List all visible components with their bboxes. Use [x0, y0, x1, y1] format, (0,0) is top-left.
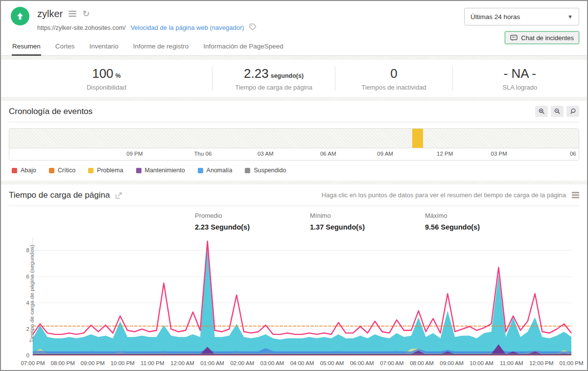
- kpi-3: - NA -SLA logrado: [452, 66, 587, 91]
- load-time-chart[interactable]: Tiempo de carga de página (segundos) 024…: [9, 236, 579, 369]
- event-legend-anomalía: Anomalía: [198, 167, 233, 174]
- time-range-select[interactable]: Últimas 24 horas ▼: [464, 8, 579, 25]
- events-section: Cronología de eventos 09 PMThu 0603 AM06…: [1, 101, 587, 181]
- kpi-label: SLA logrado: [502, 84, 537, 91]
- divider: [1, 56, 587, 60]
- tab-informe-de-registro[interactable]: Informe de registro: [133, 40, 189, 55]
- incident-chat-label: Chat de incidentes: [521, 34, 574, 42]
- kpi-1: 2.23segundo(s)Tiempo de carga de página: [212, 66, 335, 91]
- event-legend-abajo: Abajo: [12, 167, 36, 174]
- timeline-tick: 09 AM: [377, 151, 393, 157]
- x-axis-tick: 08:00 PM: [50, 360, 74, 366]
- tab-cortes[interactable]: Cortes: [55, 40, 75, 55]
- kpi-label: Tiempos de inactividad: [361, 84, 426, 91]
- kpi-label: Tiempo de carga de página: [235, 84, 312, 91]
- tab-bar: ResumenCortesInventarioInforme de regist…: [1, 40, 587, 56]
- timeline-tick: 06: [570, 151, 576, 157]
- events-timeline-axis: 09 PMThu 0603 AM06 AM09 AM12 PM03 PM06: [9, 148, 579, 160]
- x-axis-tick: 02:00 AM: [230, 360, 254, 366]
- time-range-value: Últimas 24 horas: [470, 13, 520, 21]
- event-legend-suspendido: Suspendido: [245, 167, 286, 174]
- expand-icon[interactable]: [116, 192, 122, 199]
- zoom-out-icon[interactable]: [551, 106, 564, 117]
- timeline-tick: 03 PM: [491, 151, 507, 157]
- x-axis-tick: 12:00 PM: [529, 360, 553, 366]
- chart-stat-promedio: Promedio2.23 Segundo(s): [195, 212, 310, 231]
- chat-icon: [510, 35, 517, 41]
- legend-swatch-icon: [136, 168, 141, 173]
- x-axis-tick: 07:00 PM: [21, 360, 45, 366]
- divider: [1, 97, 587, 101]
- chart-legend: Hora DNSTiempo de conec..Tiempo de proto…: [9, 369, 579, 371]
- events-timeline-band[interactable]: [9, 129, 579, 148]
- x-axis-tick: 11:00 PM: [141, 360, 164, 366]
- x-axis-tick: 10:00 PM: [111, 360, 135, 366]
- monitor-type-link[interactable]: Velocidad de la página web (navegador): [131, 24, 244, 31]
- x-axis-tick: 07:00 AM: [380, 360, 404, 366]
- load-time-title: Tiempo de carga de página: [9, 190, 110, 200]
- chevron-down-icon: ▼: [567, 14, 573, 20]
- x-axis-tick: 11:00 AM: [500, 360, 523, 366]
- kpi-value: 100%: [92, 66, 121, 81]
- load-time-section: Tiempo de carga de página Haga clic en l…: [1, 185, 587, 371]
- x-axis-labels: 07:00 PM08:00 PM09:00 PM10:00 PM11:00 PM…: [9, 360, 579, 369]
- kpi-value: - NA -: [504, 66, 536, 81]
- timeline-tick: Thu 06: [194, 151, 212, 157]
- x-axis-tick: 05:00 AM: [320, 360, 344, 366]
- x-axis-tick: 06:00 AM: [350, 360, 374, 366]
- app-window: zylker ↻ https://zylker-site.zohosites.c…: [0, 0, 588, 371]
- divider: [1, 181, 587, 185]
- chart-stat-mnimo: Mínimo1.37 Segundo(s): [310, 212, 425, 231]
- kpi-row: 100%Disponibilidad2.23segundo(s)Tiempo d…: [1, 60, 587, 97]
- timeline-tick: 12 PM: [437, 151, 453, 157]
- x-axis-tick: 01:00 AM: [200, 360, 224, 366]
- x-axis-tick: 08:00 AM: [410, 360, 434, 366]
- kpi-value: 0: [390, 66, 397, 81]
- event-legend-mantenimiento: Mantenimiento: [136, 167, 185, 174]
- zoom-reset-icon[interactable]: [566, 106, 579, 117]
- incident-chat-button[interactable]: Chat de incidentes: [505, 31, 579, 44]
- timeline-tick: 09 PM: [126, 151, 142, 157]
- events-legend: AbajoCríticoProblemaMantenimientoAnomalí…: [9, 161, 579, 181]
- x-axis-tick: 12:00 AM: [170, 360, 194, 366]
- legend-swatch-icon: [245, 168, 250, 173]
- legend-swatch-icon: [198, 168, 203, 173]
- legend-swatch-icon: [88, 168, 94, 173]
- chart-stat-mximo: Máximo9.56 Segundo(s): [425, 212, 540, 231]
- y-axis-label: Tiempo de carga de página (segundos): [29, 237, 35, 350]
- svg-text:0: 0: [26, 352, 29, 357]
- monitor-url: https://zylker-site.zohosites.com/: [37, 24, 126, 31]
- chart-plot[interactable]: 02468: [9, 236, 581, 357]
- timeline-tick: 03 AM: [258, 151, 274, 157]
- x-axis-tick: 03:00 AM: [260, 360, 284, 366]
- monitor-title: zylker: [37, 8, 63, 20]
- events-timeline: 09 PMThu 0603 AM06 AM09 AM12 PM03 PM06: [9, 128, 579, 161]
- x-axis-tick: 01:00 PM: [559, 360, 583, 366]
- events-title: Cronología de eventos: [9, 107, 93, 116]
- kpi-0: 100%Disponibilidad: [1, 66, 212, 91]
- zoom-in-icon[interactable]: [535, 106, 548, 117]
- tag-icon[interactable]: [249, 23, 257, 32]
- tab-inventario[interactable]: Inventario: [89, 40, 119, 55]
- hamburger-icon[interactable]: [69, 11, 76, 17]
- event-legend-crítico: Crítico: [49, 167, 75, 174]
- x-axis-tick: 10:00 AM: [470, 360, 494, 366]
- chart-menu-icon[interactable]: [572, 192, 579, 198]
- kpi-value: 2.23segundo(s): [244, 66, 304, 81]
- chart-hint: Haga clic en los puntos de datos para ve…: [322, 191, 566, 199]
- kpi-label: Disponibilidad: [87, 84, 126, 91]
- legend-swatch-icon: [49, 168, 54, 173]
- event-marker-problema[interactable]: [412, 129, 423, 148]
- refresh-icon[interactable]: ↻: [82, 9, 90, 18]
- tab-resumen[interactable]: Resumen: [12, 40, 41, 56]
- legend-swatch-icon: [12, 168, 17, 173]
- status-up-icon: [11, 7, 29, 25]
- header: zylker ↻ https://zylker-site.zohosites.c…: [1, 1, 587, 32]
- timeline-tick: 06 AM: [320, 151, 336, 157]
- event-legend-problema: Problema: [88, 167, 123, 174]
- tab-informaci-n-de-pagespeed[interactable]: Información de PageSpeed: [203, 40, 284, 55]
- kpi-2: 0Tiempos de inactividad: [335, 66, 452, 91]
- chart-stats: Promedio2.23 Segundo(s)Mínimo1.37 Segund…: [9, 206, 579, 236]
- x-axis-tick: 04:00 AM: [290, 360, 314, 366]
- x-axis-tick: 09:00 PM: [81, 360, 105, 366]
